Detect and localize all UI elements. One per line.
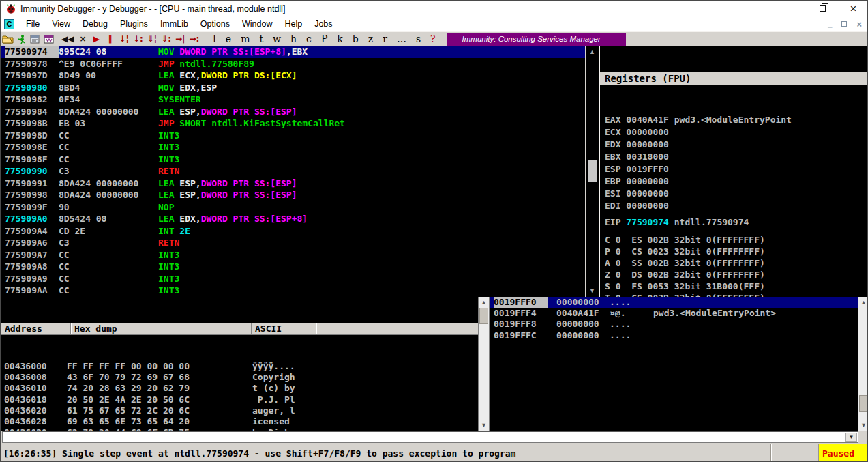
step-over-button[interactable]: ↓: [131,33,145,45]
register-line[interactable]: Z 0 DS 002B 32bit 0(FFFFFFFF) [605,269,868,280]
animate-into-button[interactable]: ⇓¦ [145,33,159,45]
scroll-up-icon[interactable]: ▲ [586,47,599,57]
register-line[interactable]: EDI 00000000 [605,200,868,212]
dump-col-address[interactable]: Address [1,323,71,334]
disasm-row[interactable]: 77590974895C24 08MOV DWORD PTR SS:[ESP+8… [1,46,585,58]
register-line[interactable]: EIP 77590974 ntdll.77590974 [605,216,868,229]
disasm-row[interactable]: 7759098ECCINT3 [1,141,585,154]
log-view-button[interactable] [28,33,42,45]
stack-row[interactable]: 0019FFF000000000.... [490,297,858,308]
disasm-row[interactable]: 775909A8CCINT3 [1,261,585,273]
open-file-button[interactable] [1,33,14,45]
scroll-up-icon[interactable]: ▲ [479,298,489,307]
menu-debug[interactable]: Debug [76,18,114,30]
call-stack-button[interactable]: k [332,33,347,44]
windows-button[interactable]: w [268,33,286,44]
stack-pane[interactable]: 0019FFF000000000....0019FFF40040A41F¤@.p… [489,297,858,431]
menu-view[interactable]: View [46,18,76,30]
disasm-row[interactable]: 775909AACCINT3 [1,285,585,297]
attach-process-button[interactable] [14,33,28,45]
stack-row[interactable]: 0019FFF800000000.... [490,319,858,330]
menu-immlib[interactable]: ImmLib [154,18,194,30]
windows-list-button[interactable] [42,33,55,45]
close-button[interactable]: × [838,1,868,16]
registers-pane[interactable]: Registers (FPU) EAX 0040A41F pwd3.<Modul… [599,46,868,297]
disasm-row[interactable]: 7759097D8D49 00LEA ECX,DWORD PTR DS:[ECX… [1,70,585,82]
disasm-row[interactable]: 77590978^E9 0C06FFFFJMP ntdll.77580F89 [1,58,585,70]
stack-row[interactable]: 0019FFF40040A41F¤@.pwd3.<ModuleEntryPoin… [490,308,858,319]
dump-row[interactable]: 0043601820 50 2E 4A 2E 20 50 6C P.J. Pl [1,394,478,405]
register-line[interactable]: C 0 ES 002B 32bit 0(FFFFFFFF) [605,234,868,246]
execute-till-return-button[interactable]: →| [173,33,187,45]
log-window-button[interactable]: l [208,33,220,44]
disasm-row[interactable]: 775909820F34SYSENTER [1,93,585,106]
dump-row[interactable]: 00436000FF FF FF FF 00 00 00 00ÿÿÿÿ.... [1,361,478,372]
disasm-row[interactable]: 775909988DA424 00000000LEA ESP,DWORD PTR… [1,189,585,201]
menu-window[interactable]: Window [236,18,278,30]
dump-row[interactable]: 0043602869 63 65 6E 73 65 64 20icensed [1,416,478,427]
cpu-window-button[interactable]: c [301,33,316,44]
scroll-down-icon[interactable]: ▼ [479,420,489,430]
executables-button[interactable]: e [221,33,236,44]
menu-options[interactable]: Options [194,18,236,30]
rewind-button[interactable]: ◀◀ [59,33,76,45]
register-line[interactable]: EAX 0040A41F pwd3.<ModuleEntryPoint [605,114,868,126]
register-line[interactable]: ESI 00000000 [605,188,868,200]
memory-dump-pane[interactable]: Address Hex dump ASCII 00436000FF FF FF … [1,297,478,431]
disasm-row[interactable]: 775909A08D5424 08LEA EDX,DWORD PTR SS:[E… [1,213,585,225]
disasm-row[interactable]: 775909A6C3RETN [1,237,585,249]
dump-row[interactable]: 0043601074 20 28 63 29 20 62 79t (c) by [1,383,478,394]
dump-row[interactable]: 0043600843 6F 70 79 72 69 67 68Copyrigh [1,372,478,383]
scroll-thumb[interactable] [588,160,597,182]
disasm-row[interactable]: 7759098FCCINT3 [1,154,585,166]
dump-col-hex[interactable]: Hex dump [71,323,252,334]
run-trace-button[interactable]: … [392,33,411,44]
threads-button[interactable]: t [254,33,268,44]
register-line[interactable]: ESP 0019FFF0 [605,163,868,175]
scroll-thumb[interactable] [859,395,868,412]
disassembly-pane[interactable]: 77590974895C24 08MOV DWORD PTR SS:[ESP+8… [1,46,585,297]
stack-scrollbar[interactable]: ▲ ▼ [858,297,868,431]
register-line[interactable]: P 0 CS 0023 32bit 0(FFFFFFFF) [605,246,868,257]
disasm-row[interactable]: 7759098DCCINT3 [1,130,585,142]
register-line[interactable]: ECX 00000000 [605,126,868,139]
scroll-up-icon[interactable]: ▲ [858,298,868,307]
menu-plugins[interactable]: Plugins [114,18,154,30]
disasm-row[interactable]: 7759098BEB 03JMP SHORT ntdll.KiFastSyste… [1,117,585,130]
scroll-thumb[interactable] [479,308,488,324]
disassembly-scrollbar[interactable]: ▲ ▼ [585,46,599,297]
register-line[interactable]: S 0 FS 0053 32bit 31B000(FFF) [605,280,868,292]
command-input[interactable] [3,433,842,442]
disasm-row[interactable]: 775909808BD4MOV EDX,ESP [1,82,585,94]
disasm-row[interactable]: 77590990C3RETN [1,165,585,177]
handles-button[interactable]: h [286,33,301,44]
disasm-row[interactable]: 775909848DA424 00000000LEA ESP,DWORD PTR… [1,106,585,118]
dump-col-ascii[interactable]: ASCII [252,323,316,334]
source-button[interactable]: s [411,33,425,44]
register-line[interactable]: EBX 00318000 [605,151,868,163]
execute-till-user-button[interactable]: →: [188,33,202,45]
disasm-row[interactable]: 775909A7CCINT3 [1,249,585,261]
restore-button[interactable] [807,1,838,16]
step-into-button[interactable]: ↓¦ [117,33,130,45]
disasm-row[interactable]: 775909A9CCINT3 [1,273,585,285]
pause-button[interactable]: ‖ [103,33,117,45]
run-button[interactable]: ▶ [89,33,103,45]
register-line[interactable]: T 0 GS 002B 32bit 0(FFFFFFFF) [605,292,868,297]
disasm-row[interactable]: 7759099F90NOP [1,201,585,214]
register-line[interactable]: EDX 00000000 [605,139,868,151]
menu-help[interactable]: Help [278,18,308,30]
memory-map-button[interactable]: m [236,33,254,44]
command-combobox[interactable]: ▼ [2,431,858,443]
combo-dropdown-button[interactable]: ▼ [845,433,857,442]
menu-jobs[interactable]: Jobs [308,18,338,30]
register-line[interactable]: EBP 00000000 [605,175,868,188]
dump-scrollbar[interactable]: ▲ ▼ [478,297,489,431]
disasm-row[interactable]: 775909918DA424 00000000LEA ESP,DWORD PTR… [1,177,585,190]
scroll-down-icon[interactable]: ▼ [586,286,599,295]
mdi-close-button[interactable]: × [856,19,862,29]
scroll-down-icon[interactable]: ▼ [858,420,868,430]
animate-over-button[interactable]: ⇓: [159,33,173,45]
hardware-breakpoints-button[interactable]: z [363,33,378,44]
help-button[interactable]: ? [425,33,440,44]
